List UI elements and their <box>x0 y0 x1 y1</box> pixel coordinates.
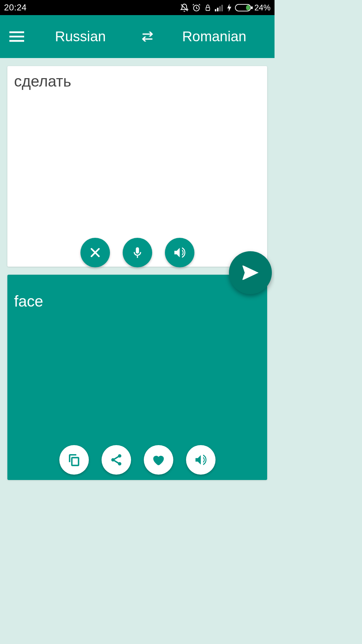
svg-rect-8 <box>221 5 223 11</box>
clear-button[interactable] <box>80 238 110 267</box>
swap-languages-button[interactable] <box>134 29 161 44</box>
svg-rect-4 <box>206 7 209 10</box>
svg-rect-21 <box>72 458 78 465</box>
bell-off-icon <box>180 3 189 12</box>
source-language[interactable]: Russian <box>27 29 134 45</box>
svg-line-26 <box>114 461 118 463</box>
output-text: face <box>7 275 267 316</box>
speak-output-button[interactable] <box>186 445 216 475</box>
svg-line-25 <box>114 457 118 459</box>
share-button[interactable] <box>102 445 131 475</box>
translate-button[interactable] <box>229 251 272 294</box>
signal-icon <box>215 4 224 11</box>
svg-rect-11 <box>251 6 253 9</box>
swap-icon <box>140 29 155 44</box>
svg-rect-18 <box>136 247 139 254</box>
favorite-button[interactable] <box>144 445 173 475</box>
input-text[interactable]: сделать <box>7 66 267 96</box>
app-bar: Russian Romanian <box>0 15 275 58</box>
close-icon <box>89 246 102 259</box>
svg-rect-7 <box>219 6 221 11</box>
svg-rect-6 <box>217 8 218 11</box>
battery-icon <box>235 4 253 12</box>
svg-marker-9 <box>227 4 231 12</box>
copy-button[interactable] <box>59 445 89 475</box>
battery-percent: 24% <box>254 3 270 12</box>
volume-icon <box>173 246 187 260</box>
output-actions <box>7 445 267 475</box>
menu-icon <box>9 31 24 43</box>
target-language[interactable]: Romanian <box>161 29 268 45</box>
svg-rect-5 <box>215 9 216 11</box>
input-card: сделать <box>7 66 267 267</box>
charging-icon <box>227 4 232 12</box>
svg-line-2 <box>193 4 194 5</box>
heart-icon <box>152 453 166 467</box>
lock-icon <box>204 3 212 12</box>
svg-rect-19 <box>137 256 138 258</box>
share-icon <box>110 453 123 467</box>
volume-icon <box>194 453 208 467</box>
alarm-icon <box>192 3 201 12</box>
microphone-icon <box>131 246 144 259</box>
svg-line-3 <box>199 4 200 5</box>
status-bar: 20:24 24% <box>0 0 275 15</box>
output-card: face <box>7 275 267 480</box>
input-actions <box>7 238 267 267</box>
battery-indicator: 24% <box>235 3 270 12</box>
speak-input-button[interactable] <box>165 238 194 267</box>
svg-rect-12 <box>246 5 250 10</box>
content-area: сделать <box>0 58 275 480</box>
status-time: 20:24 <box>4 2 27 13</box>
menu-button[interactable] <box>7 31 27 43</box>
copy-icon <box>67 453 81 467</box>
mic-button[interactable] <box>123 238 152 267</box>
send-icon <box>241 263 260 282</box>
status-icons: 24% <box>180 3 270 12</box>
